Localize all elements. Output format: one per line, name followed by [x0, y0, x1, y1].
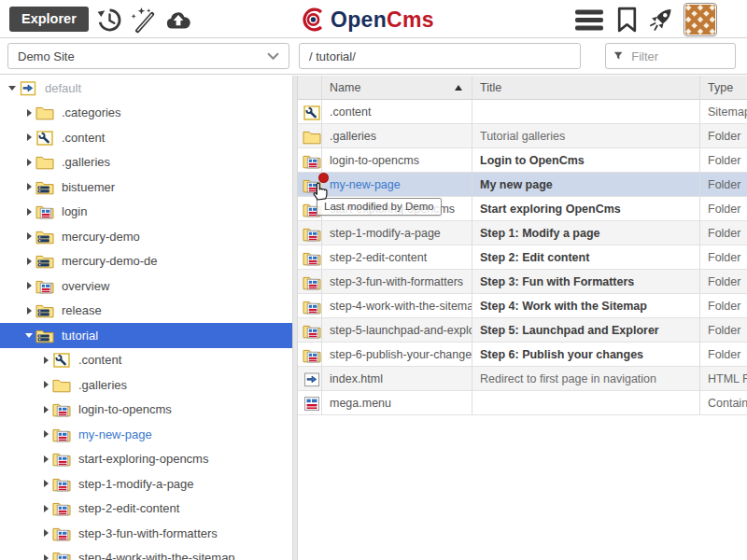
expand-arrow-icon[interactable]: [22, 208, 35, 216]
tree-item-step-4-work-with-the-sitemap[interactable]: step-4-work-with-the-sitemap: [0, 546, 292, 560]
tree-item-step-3-fun-with-formatters[interactable]: step-3-fun-with-formatters: [0, 521, 292, 546]
column-header-name[interactable]: Name: [322, 76, 472, 100]
page-folder-icon: [298, 148, 322, 173]
expand-arrow-icon[interactable]: [22, 183, 35, 190]
file-row-index.html[interactable]: index.htmlRedirect to first page in navi…: [298, 367, 747, 391]
user-avatar[interactable]: [684, 3, 717, 36]
tree-item-dot-content[interactable]: .content: [0, 348, 292, 373]
file-title: Step 5: Launchpad and Explorer: [472, 318, 700, 343]
file-name: my-new-page: [322, 173, 472, 197]
tree-item-login[interactable]: login: [0, 200, 292, 225]
sort-asc-icon: [455, 85, 462, 91]
tree-item-dot-content[interactable]: .content: [0, 125, 292, 150]
expand-arrow-icon[interactable]: [39, 554, 52, 560]
expand-arrow-icon[interactable]: [39, 529, 52, 537]
page-folder-icon: [52, 525, 72, 541]
path-input[interactable]: [299, 43, 581, 69]
file-row-step-5-launchpad-and-explorer[interactable]: step-5-launchpad-and-explorerStep 5: Lau…: [298, 318, 747, 343]
file-row-step-6-publish-your-changes[interactable]: step-6-publish-your-changesStep 6: Publi…: [298, 343, 747, 367]
expand-arrow-icon[interactable]: [39, 357, 52, 364]
file-row-step-2-edit-content[interactable]: step-2-edit-contentStep 2: Edit contentF…: [298, 245, 747, 270]
file-row-dot-content[interactable]: .contentSitemap configuration: [298, 100, 747, 124]
tree-item-dot-galleries[interactable]: .galleries: [0, 372, 292, 398]
magic-wand-icon[interactable]: [129, 6, 157, 34]
tree-item-login-to-opencms[interactable]: login-to-opencms: [0, 398, 292, 423]
tree-item-mercury-demo[interactable]: mercury-demo: [0, 224, 292, 249]
file-row-step-4-work-with-the-sitemap[interactable]: step-4-work-with-the-sitemapStep 4: Work…: [298, 294, 747, 318]
expand-arrow-icon[interactable]: [22, 282, 35, 289]
tree-item-dot-categories[interactable]: .categories: [0, 101, 292, 126]
file-row-mega.menu[interactable]: mega.menuContainer page: [298, 391, 747, 415]
file-type: Container page: [700, 391, 747, 415]
bookmark-icon[interactable]: [613, 6, 641, 34]
expand-arrow-icon[interactable]: [39, 455, 52, 463]
file-table: Name Title Type .contentSitemap configur…: [298, 76, 747, 560]
site-selector[interactable]: Demo Site: [7, 43, 289, 69]
file-title: Step 1: Modify a page: [472, 221, 700, 245]
launchpad-rocket-icon[interactable]: [646, 6, 674, 34]
file-row-login-to-opencms[interactable]: login-to-opencmsLogin to OpenCmsFolder: [298, 148, 747, 173]
tree-item-tutorial[interactable]: tutorial: [0, 323, 292, 348]
file-name: step-2-edit-content: [322, 245, 472, 270]
tree-item-start-exploring-opencms[interactable]: start-exploring-opencms: [0, 447, 292, 472]
expand-arrow-icon[interactable]: [22, 159, 35, 166]
tree-item-label: .galleries: [78, 378, 127, 392]
tree-item-overview[interactable]: overview: [0, 273, 292, 299]
server-folder-icon: [35, 179, 55, 195]
file-type: Folder: [700, 173, 747, 197]
tree-item-release[interactable]: release: [0, 299, 292, 324]
opencms-logo-text: OpenCms: [331, 7, 434, 33]
folder-icon: [298, 124, 322, 148]
expand-arrow-icon[interactable]: [22, 109, 35, 117]
page-folder-icon: [298, 318, 322, 343]
folder-icon: [52, 377, 72, 393]
expand-arrow-icon[interactable]: [39, 406, 52, 413]
file-type: Folder: [700, 343, 747, 367]
file-title: Step 3: Fun with Formatters: [472, 270, 700, 294]
tree-item-dot-galleries[interactable]: .galleries: [0, 150, 292, 175]
expand-arrow-icon[interactable]: [39, 505, 52, 512]
page-folder-icon: [35, 203, 55, 219]
page-folder-icon: [298, 197, 322, 221]
explorer-button[interactable]: Explorer: [9, 7, 89, 32]
tree-item-label: mercury-demo-de: [62, 254, 158, 268]
expand-arrow-icon[interactable]: [39, 381, 52, 388]
column-header-title[interactable]: Title: [472, 76, 700, 100]
filter-input[interactable]: [629, 49, 727, 64]
filter-box: [605, 43, 736, 69]
expand-arrow-icon[interactable]: [22, 232, 35, 240]
wrench-folder-icon: [52, 352, 72, 368]
expand-arrow-icon[interactable]: [22, 258, 35, 265]
tree-item-label: release: [62, 303, 102, 317]
menu-icon[interactable]: [575, 6, 603, 34]
expand-arrow-icon[interactable]: [39, 430, 52, 438]
expand-arrow-icon[interactable]: [22, 307, 35, 315]
file-row-step-1-modify-a-page[interactable]: step-1-modify-a-pageStep 1: Modify a pag…: [298, 221, 747, 245]
tree-item-mercury-demo-de[interactable]: mercury-demo-de: [0, 249, 292, 274]
site-selector-value: Demo Site: [18, 49, 267, 63]
tree-item-step-2-edit-content[interactable]: step-2-edit-content: [0, 497, 292, 522]
collapse-arrow-icon[interactable]: [22, 333, 35, 338]
tree-item-label: tutorial: [62, 329, 98, 343]
history-icon[interactable]: [95, 6, 123, 34]
file-row-dot-galleries[interactable]: .galleriesTutorial galleriesFolder: [298, 124, 747, 148]
collapse-arrow-icon[interactable]: [6, 86, 19, 91]
file-name: step-3-fun-with-formatters: [322, 270, 472, 294]
tree-item-bistuemer[interactable]: bistuemer: [0, 175, 292, 200]
publish-upload-icon[interactable]: [164, 6, 192, 34]
tree-item-step-1-modify-a-page[interactable]: step-1-modify-a-page: [0, 471, 292, 497]
file-row-my-new-page[interactable]: my-new-pageMy new pageFolder: [298, 173, 747, 197]
file-row-step-3-fun-with-formatters[interactable]: step-3-fun-with-formattersStep 3: Fun wi…: [298, 270, 747, 294]
expand-arrow-icon[interactable]: [39, 480, 52, 487]
column-header-type[interactable]: Type: [700, 76, 747, 100]
tree-item-default[interactable]: default: [0, 76, 292, 101]
page-folder-icon: [298, 343, 322, 367]
file-row-start-exploring-opencms[interactable]: start-exploring-opencmsStart exploring O…: [298, 197, 747, 221]
tree-item-label: .categories: [62, 105, 121, 119]
file-name: step-5-launchpad-and-explorer: [322, 318, 472, 343]
tree-item-my-new-page[interactable]: my-new-page: [0, 422, 292, 447]
tree-item-label: overview: [62, 279, 109, 293]
sitemap-root-icon: [19, 80, 38, 96]
expand-arrow-icon[interactable]: [22, 133, 35, 141]
tree-item-label: mercury-demo: [62, 230, 140, 244]
